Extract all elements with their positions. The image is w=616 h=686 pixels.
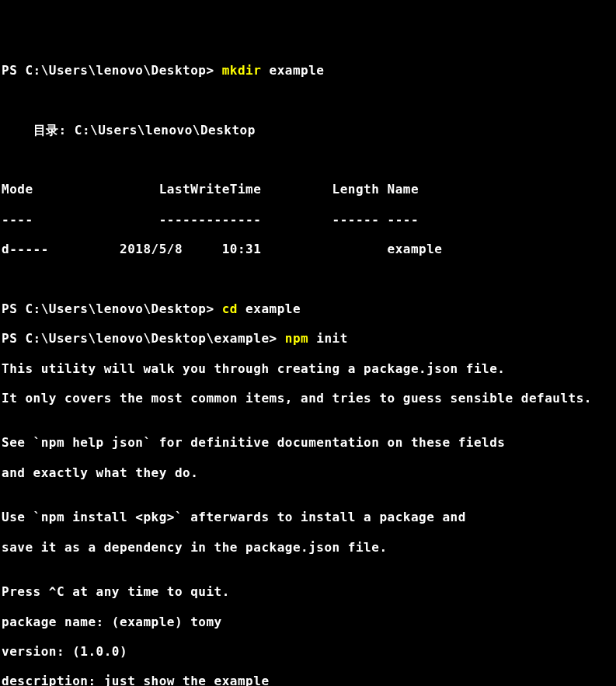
arg-npm: init [308, 331, 348, 346]
output-line: See `npm help json` for definitive docum… [2, 435, 614, 450]
cmd-line-1[interactable]: PS C:\Users\lenovo\Desktop> mkdir exampl… [2, 63, 614, 78]
cmd-cd: cd [222, 301, 238, 316]
output-line: This utility will walk you through creat… [2, 361, 614, 376]
arg-cd: example [238, 301, 301, 316]
cmd-mkdir: mkdir [222, 63, 262, 78]
table-header-divider: ---- ------------- ------ ---- [2, 212, 614, 227]
directory-label: 目录: C:\Users\lenovo\Desktop [2, 123, 614, 138]
cmd-npm: npm [285, 331, 308, 346]
arg-mkdir: example [261, 63, 324, 78]
table-row: d----- 2018/5/8 10:31 example [2, 242, 614, 256]
output-line: Press ^C at any time to quit. [2, 584, 614, 599]
output-line: It only covers the most common items, an… [2, 391, 614, 406]
prompt-2: PS C:\Users\lenovo\Desktop> [2, 301, 222, 316]
cmd-line-2[interactable]: PS C:\Users\lenovo\Desktop> cd example [2, 301, 614, 316]
prompt-description[interactable]: description: just show the example [2, 674, 614, 686]
prompt-version[interactable]: version: (1.0.0) [2, 644, 614, 659]
output-line: and exactly what they do. [2, 465, 614, 480]
output-line: save it as a dependency in the package.j… [2, 540, 614, 555]
prompt-1: PS C:\Users\lenovo\Desktop> [2, 63, 222, 78]
prompt-package-name[interactable]: package name: (example) tomy [2, 615, 614, 629]
table-header: Mode LastWriteTime Length Name [2, 182, 614, 197]
output-line: Use `npm install <pkg>` afterwards to in… [2, 510, 614, 524]
prompt-3: PS C:\Users\lenovo\Desktop\example> [2, 331, 285, 346]
cmd-line-3[interactable]: PS C:\Users\lenovo\Desktop\example> npm … [2, 331, 614, 346]
